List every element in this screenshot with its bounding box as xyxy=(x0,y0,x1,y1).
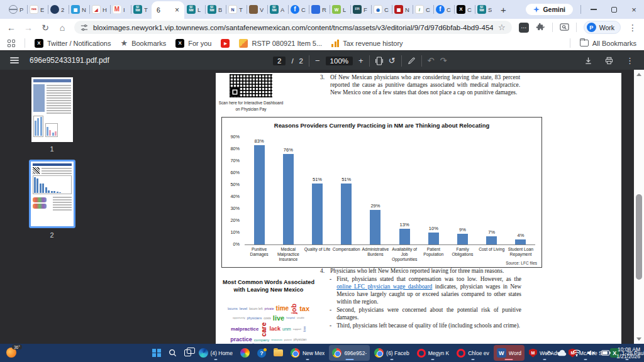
search-button[interactable] xyxy=(165,345,180,361)
bookmark-for-you[interactable]: XFor you xyxy=(175,39,211,48)
browser-menu-button[interactable]: ⋮ xyxy=(628,23,638,32)
tab[interactable]: MI xyxy=(110,0,131,19)
close-window-button[interactable]: × xyxy=(624,0,644,19)
tab[interactable]: SFNMS xyxy=(475,0,496,19)
tab-search-icon[interactable] xyxy=(560,23,569,32)
tab[interactable]: neaE xyxy=(27,0,48,19)
tab[interactable]: ◉C xyxy=(371,0,392,19)
bookmark-tax-revenue[interactable]: Tax revenue history xyxy=(331,40,402,47)
tab-close-icon[interactable]: × xyxy=(175,6,179,14)
edge-button[interactable]: (4) Home xyxy=(196,345,236,361)
tab[interactable]: NT xyxy=(226,0,247,19)
minimize-button[interactable] xyxy=(584,0,604,19)
tab[interactable]: ▦N xyxy=(392,0,413,19)
bookmark-twitter-notifications[interactable]: XTwitter / Notifications xyxy=(35,39,111,48)
tab[interactable]: SFNML xyxy=(184,0,205,19)
wifi-icon[interactable] xyxy=(572,349,581,356)
profile-button[interactable]: P Work xyxy=(584,21,621,34)
tab-active[interactable]: 6× xyxy=(152,1,184,19)
wage-dashboard-link[interactable]: online LFC physician wage dashboard xyxy=(336,283,432,290)
onedrive-cloud-icon[interactable] xyxy=(557,349,567,356)
tab[interactable]: SFNMT xyxy=(131,0,152,19)
tab[interactable]: R xyxy=(309,0,330,19)
task-view-button[interactable] xyxy=(181,345,194,361)
print-icon[interactable] xyxy=(605,57,613,65)
tab[interactable]: fC xyxy=(288,0,309,19)
tab[interactable]: /C xyxy=(413,0,433,19)
thumbnail-page-2-selected[interactable] xyxy=(29,160,75,228)
redo-icon[interactable]: ↷ xyxy=(440,57,447,65)
photos-icon xyxy=(240,348,250,358)
reload-button[interactable]: ↻ xyxy=(40,23,50,32)
fit-page-icon[interactable] xyxy=(375,57,383,65)
word-button[interactable]: WWord xyxy=(494,345,525,361)
chrome-window-2[interactable]: 696e952- xyxy=(329,345,370,361)
tab[interactable]: P xyxy=(6,0,27,19)
start-button[interactable] xyxy=(149,345,164,361)
annotate-pen-icon[interactable] xyxy=(408,57,416,65)
battery-icon[interactable] xyxy=(601,350,611,356)
gemini-button[interactable]: Gemini xyxy=(526,4,573,15)
photos-button[interactable] xyxy=(237,345,253,361)
scroll-down-arrow[interactable] xyxy=(636,337,641,341)
help-button[interactable]: ? xyxy=(254,345,269,361)
opera-window-1[interactable]: Megyn K xyxy=(414,345,453,361)
extension-icon[interactable]: ⋯ xyxy=(519,23,529,33)
bookmark-bookmarks[interactable]: ★Bookmarks xyxy=(120,38,166,48)
tab[interactable]: XC xyxy=(454,0,475,19)
all-bookmarks-button[interactable]: All Bookmarks xyxy=(580,40,636,47)
scroll-up-arrow[interactable] xyxy=(636,73,641,76)
weather-widget[interactable]: 36° xyxy=(6,348,16,358)
running-indicator xyxy=(472,359,475,361)
home-button[interactable]: ⌂ xyxy=(57,23,67,32)
pdf-menu-icon[interactable] xyxy=(10,57,19,63)
bookmark-rstp[interactable]: RSTP 080921 Item 5... xyxy=(239,39,322,48)
new-tab-button[interactable]: + xyxy=(501,4,506,15)
tab[interactable]: fC xyxy=(433,0,454,19)
file-explorer-button[interactable] xyxy=(270,345,286,361)
address-bar[interactable]: bloximages.newyork1.vip.townnews.com/san… xyxy=(74,21,512,34)
forward-button[interactable]: → xyxy=(23,23,33,32)
wordcloud-word: costs xyxy=(264,317,271,320)
tab[interactable]: ▦N xyxy=(69,0,89,19)
taskbar-clock[interactable]: 10:08 AM 1/21/2026 xyxy=(616,346,640,359)
tab[interactable]: ◢H xyxy=(89,0,110,19)
bookmark-youtube[interactable]: ▶ xyxy=(221,39,230,48)
tab[interactable]: V xyxy=(247,0,267,19)
thumbnail-page-1[interactable] xyxy=(31,77,73,142)
back-button[interactable]: ← xyxy=(6,23,16,32)
opera-window-2[interactable]: Chloe ev xyxy=(453,345,492,361)
maximize-button[interactable] xyxy=(604,0,624,19)
x-category-label: Compensation xyxy=(332,247,361,262)
vertical-scrollbar[interactable] xyxy=(634,70,644,344)
tab[interactable]: WL xyxy=(330,0,350,19)
tab[interactable]: SFNMA xyxy=(267,0,288,19)
x-category-label: Family Obligations xyxy=(448,247,477,262)
clock-date: 1/21/2026 xyxy=(616,353,640,360)
bookmark-star-icon[interactable]: ☆ xyxy=(498,23,506,32)
scrollbar-thumb[interactable] xyxy=(636,194,642,280)
tab[interactable]: 2 xyxy=(48,0,69,19)
tray-chevron-icon[interactable] xyxy=(547,351,553,357)
download-icon[interactable] xyxy=(584,57,592,65)
site-settings-icon[interactable] xyxy=(80,24,88,31)
url-text[interactable]: bloximages.newyork1.vip.townnews.com/san… xyxy=(93,24,493,31)
wordcloud-word: locums xyxy=(228,307,238,310)
chrome-window-3[interactable]: (6) Faceb xyxy=(371,345,412,361)
profile-name: Work xyxy=(599,24,614,31)
zoom-level[interactable]: 100% xyxy=(326,57,353,65)
extensions-puzzle-icon[interactable] xyxy=(536,23,545,32)
running-indicator xyxy=(390,359,393,361)
volume-muted-icon[interactable] xyxy=(587,349,596,356)
chrome-window-1[interactable]: New Mex xyxy=(287,345,328,361)
tab-title: E xyxy=(40,6,44,13)
tab[interactable]: SFNMB xyxy=(205,0,226,19)
zoom-out-button[interactable]: − xyxy=(315,57,320,65)
apps-grid-icon[interactable] xyxy=(8,40,15,47)
tab[interactable]: FPIF xyxy=(350,0,371,19)
zoom-in-button[interactable]: + xyxy=(358,57,364,65)
pdf-more-icon[interactable]: ⋮ xyxy=(626,57,634,65)
page-number-input[interactable]: 2 xyxy=(273,57,286,65)
undo-icon[interactable]: ↶ xyxy=(428,57,435,65)
rotate-icon[interactable]: ↺ xyxy=(389,57,396,65)
